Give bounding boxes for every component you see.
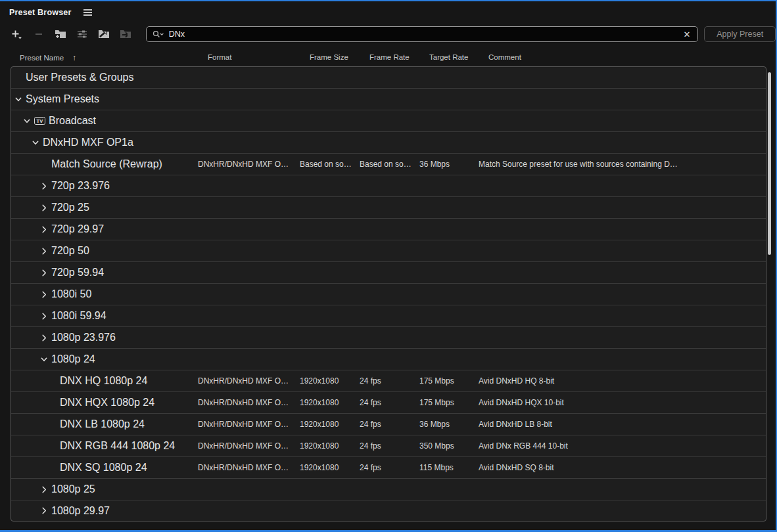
chevron-right-icon[interactable] <box>40 312 48 320</box>
chevron-spacer <box>49 399 57 407</box>
frame-rate-cell: 24 fps <box>360 463 419 472</box>
group-row[interactable]: User Presets & Groups <box>11 67 766 89</box>
chevron-spacer <box>14 74 22 81</box>
group-row[interactable]: 720p 29.97 <box>11 219 766 240</box>
target-rate-cell: 175 Mbps <box>419 376 479 386</box>
chevron-down-icon[interactable] <box>40 355 48 363</box>
search-box: ✕ <box>146 26 699 42</box>
target-rate-cell: 175 Mbps <box>419 398 479 407</box>
group-name: 720p 25 <box>51 202 89 213</box>
column-header-preset-name[interactable]: Preset Name ↑ <box>11 53 197 62</box>
preset-row[interactable]: Match Source (Rewrap)DNxHR/DNxHD MXF OP1… <box>11 154 766 175</box>
preset-row[interactable]: DNX HQX 1080p 24DNxHR/DNxHD MXF OP1a1920… <box>11 392 766 414</box>
group-name: 1080p 24 <box>51 353 95 365</box>
group-name: 1080i 50 <box>51 288 91 300</box>
group-row[interactable]: 720p 59.94 <box>11 262 766 284</box>
target-rate-cell: 350 Mbps <box>419 441 479 451</box>
chevron-spacer <box>49 420 57 428</box>
chevron-right-icon[interactable] <box>40 507 48 515</box>
preset-tree-table: User Presets & GroupsSystem PresetsTVBro… <box>11 66 766 521</box>
preset-settings-icon[interactable] <box>74 26 90 42</box>
chevron-right-icon[interactable] <box>40 485 48 493</box>
column-header-comment[interactable]: Comment <box>478 53 766 62</box>
import-presets-icon[interactable] <box>96 26 112 42</box>
format-cell: DNxHR/DNxHD MXF OP1a <box>198 376 300 386</box>
frame-size-cell: 1920x1080 <box>300 398 360 407</box>
preset-name: DNX HQ 1080p 24 <box>60 375 147 387</box>
column-header-frame-rate[interactable]: Frame Rate <box>359 53 419 62</box>
chevron-right-icon[interactable] <box>40 334 48 342</box>
frame-size-cell: 1920x1080 <box>300 420 360 429</box>
panel-title: Preset Browser <box>9 8 72 17</box>
preset-name: DNX LB 1080p 24 <box>60 418 145 430</box>
column-header-frame-size[interactable]: Frame Size <box>299 53 359 62</box>
chevron-spacer <box>40 160 48 168</box>
export-presets-icon[interactable] <box>118 26 133 42</box>
search-options-icon[interactable] <box>153 30 164 39</box>
group-row[interactable]: 720p 25 <box>11 197 766 219</box>
chevron-spacer <box>49 464 57 472</box>
target-rate-cell: 36 Mbps <box>419 160 479 169</box>
search-input[interactable] <box>169 30 678 39</box>
chevron-down-icon[interactable] <box>14 95 22 103</box>
column-headers: Preset Name ↑ Format Frame Size Frame Ra… <box>11 53 766 62</box>
group-name: Broadcast <box>49 115 96 127</box>
chevron-right-icon[interactable] <box>40 204 48 211</box>
frame-rate-cell: Based on so… <box>360 160 419 169</box>
format-cell: DNxHR/DNxHD MXF OP1a <box>198 160 300 169</box>
group-row[interactable]: DNxHD MXF OP1a <box>11 132 766 154</box>
preset-row[interactable]: DNX RGB 444 1080p 24DNxHR/DNxHD MXF OP1a… <box>11 435 766 457</box>
target-rate-cell: 115 Mbps <box>419 463 479 472</box>
format-cell: DNxHR/DNxHD MXF OP1a <box>198 463 300 472</box>
comment-cell: Avid DNxHD HQX 10-bit <box>479 398 766 407</box>
group-row[interactable]: 1080p 23.976 <box>11 327 766 349</box>
chevron-right-icon[interactable] <box>40 182 48 190</box>
chevron-down-icon[interactable] <box>32 139 39 146</box>
comment-cell: Match Source preset for use with sources… <box>479 160 766 169</box>
format-cell: DNxHR/DNxHD MXF OP1a <box>198 398 300 407</box>
target-rate-cell: 36 Mbps <box>419 420 479 429</box>
column-header-target-rate[interactable]: Target Rate <box>419 53 478 62</box>
group-row[interactable]: 1080p 24 <box>11 349 766 370</box>
group-row[interactable]: System Presets <box>11 89 766 110</box>
frame-rate-cell: 24 fps <box>360 420 419 429</box>
group-row[interactable]: 1080i 50 <box>11 284 766 305</box>
preset-name: DNX SQ 1080p 24 <box>60 462 147 474</box>
group-name: 720p 23.976 <box>51 180 110 192</box>
tv-broadcast-icon: TV <box>34 117 45 125</box>
chevron-right-icon[interactable] <box>40 290 48 298</box>
apply-preset-button[interactable]: Apply Preset <box>704 26 776 42</box>
chevron-down-icon[interactable] <box>23 117 31 125</box>
group-row[interactable]: TVBroadcast <box>11 110 766 132</box>
preset-row[interactable]: DNX LB 1080p 24DNxHR/DNxHD MXF OP1a1920x… <box>11 414 766 435</box>
column-header-format[interactable]: Format <box>197 53 299 62</box>
format-cell: DNxHR/DNxHD MXF OP1a <box>198 420 300 429</box>
remove-preset-icon[interactable] <box>31 26 47 42</box>
chevron-right-icon[interactable] <box>40 269 48 277</box>
preset-row[interactable]: DNX HQ 1080p 24DNxHR/DNxHD MXF OP1a1920x… <box>11 370 766 392</box>
group-name: DNxHD MXF OP1a <box>43 137 133 148</box>
group-name: 720p 29.97 <box>51 223 104 235</box>
group-row[interactable]: 1080p 29.97 <box>11 500 766 521</box>
group-name: 1080p 23.976 <box>51 332 116 344</box>
sort-ascending-icon[interactable]: ↑ <box>72 53 76 62</box>
comment-cell: Avid DNxHD SQ 8-bit <box>479 463 766 472</box>
group-row[interactable]: 1080p 25 <box>11 479 766 500</box>
create-preset-icon[interactable] <box>9 26 25 42</box>
group-name: User Presets & Groups <box>26 72 134 83</box>
chevron-right-icon[interactable] <box>40 247 48 255</box>
comment-cell: Avid DNxHD HQ 8-bit <box>479 376 766 386</box>
panel-menu-icon[interactable] <box>82 8 93 17</box>
group-row[interactable]: 720p 50 <box>11 240 766 262</box>
chevron-spacer <box>49 377 57 385</box>
clear-search-icon[interactable]: ✕ <box>682 29 692 40</box>
group-name: System Presets <box>26 93 99 105</box>
group-row[interactable]: 1080i 59.94 <box>11 305 766 327</box>
title-bar: Preset Browser <box>0 1 776 18</box>
vertical-scrollbar-thumb[interactable] <box>768 72 771 255</box>
chevron-right-icon[interactable] <box>40 225 48 233</box>
create-group-icon[interactable] <box>53 26 68 42</box>
preset-row[interactable]: DNX SQ 1080p 24DNxHR/DNxHD MXF OP1a1920x… <box>11 457 766 479</box>
group-row[interactable]: 720p 23.976 <box>11 175 766 197</box>
group-name: 720p 59.94 <box>51 267 104 278</box>
